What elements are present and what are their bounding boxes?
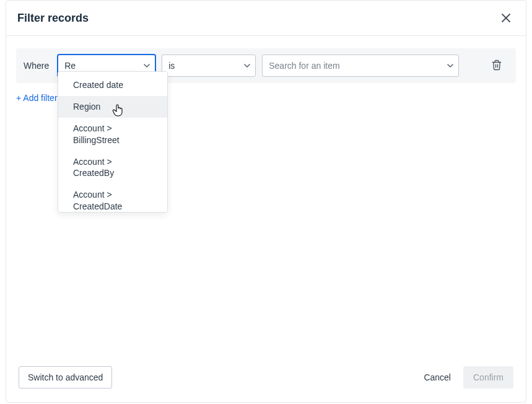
cancel-button[interactable]: Cancel <box>415 367 460 387</box>
dropdown-item[interactable]: Created date <box>58 74 167 96</box>
dropdown-item[interactable]: Region <box>58 96 167 118</box>
dropdown-item[interactable]: Account > BillingStreet <box>58 118 167 151</box>
value-placeholder: Search for an item <box>269 61 339 71</box>
add-filter-link[interactable]: + Add filter <box>16 93 58 103</box>
value-combobox[interactable]: Search for an item <box>262 55 459 77</box>
modal-footer: Switch to advanced Cancel Confirm <box>6 356 526 402</box>
confirm-button: Confirm <box>463 366 513 389</box>
modal-body: Where is Search for an item <box>6 36 526 356</box>
chevron-down-icon <box>144 61 150 71</box>
condition-value: is <box>168 61 175 71</box>
switch-to-advanced-button[interactable]: Switch to advanced <box>19 366 112 389</box>
trash-icon <box>491 59 502 71</box>
delete-filter-button[interactable] <box>491 59 504 72</box>
field-input[interactable] <box>64 61 137 71</box>
chevron-down-icon <box>447 61 453 71</box>
close-icon <box>501 13 511 23</box>
chevron-down-icon <box>244 61 250 71</box>
where-label: Where <box>24 61 49 71</box>
field-dropdown[interactable]: Created date Region Account > BillingStr… <box>58 71 168 213</box>
condition-combobox[interactable]: is <box>162 55 256 77</box>
dropdown-item[interactable]: Account > CreatedBy <box>58 151 167 185</box>
close-button[interactable] <box>499 11 513 25</box>
dropdown-item[interactable]: Account > CreatedDate <box>58 184 167 213</box>
filter-modal: Filter records Where is <box>6 0 526 403</box>
modal-title: Filter records <box>17 12 89 25</box>
modal-header: Filter records <box>6 1 526 36</box>
